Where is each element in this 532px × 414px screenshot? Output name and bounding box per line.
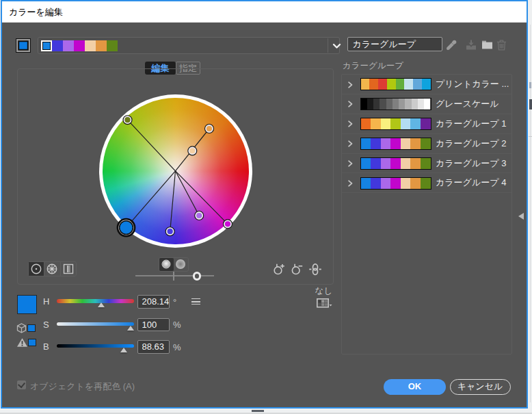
remove-color-tool-button[interactable] bbox=[292, 264, 302, 274]
limit-library-value: なし bbox=[315, 285, 332, 297]
dialog-titlebar[interactable]: カラーを編集 bbox=[2, 1, 527, 23]
brightness-value-input[interactable] bbox=[137, 340, 170, 354]
group-swatch-strip bbox=[360, 78, 431, 90]
hsb-color-swatch bbox=[17, 295, 37, 314]
wheel-marker-selected[interactable] bbox=[118, 219, 134, 235]
smooth-wheel-button[interactable] bbox=[29, 262, 45, 276]
group-name-label: カラーグループ 4 bbox=[436, 173, 506, 193]
chevron-right-icon[interactable] bbox=[347, 160, 353, 167]
hue-label: H bbox=[43, 296, 51, 307]
active-color-swatch[interactable] bbox=[96, 40, 107, 52]
group-swatch-strip bbox=[360, 118, 431, 130]
dropdown-divider bbox=[328, 38, 328, 53]
chevron-right-icon[interactable] bbox=[347, 81, 353, 88]
active-color-swatch[interactable] bbox=[85, 40, 96, 52]
link-harmony-colors-button[interactable] bbox=[309, 264, 321, 274]
wheel-marker[interactable] bbox=[165, 227, 174, 236]
saturation-slider[interactable] bbox=[57, 322, 134, 326]
add-color-tool-button[interactable] bbox=[274, 264, 284, 274]
wheel-tools bbox=[271, 260, 325, 278]
color-bars-icon bbox=[62, 263, 75, 275]
wheel-marker[interactable] bbox=[123, 116, 132, 125]
segmented-wheel-icon bbox=[46, 263, 58, 275]
chevron-right-icon[interactable] bbox=[347, 180, 353, 187]
brightness-label: B bbox=[43, 341, 51, 352]
brightness-unit: % bbox=[173, 342, 181, 352]
smooth-wheel-icon bbox=[30, 263, 42, 275]
color-group-row[interactable]: カラーグループ 4 bbox=[342, 173, 511, 193]
hue-value-input[interactable] bbox=[137, 295, 170, 309]
ok-button[interactable]: OK bbox=[384, 379, 446, 395]
saturation-slider-knob[interactable] bbox=[127, 326, 134, 331]
color-wheel-markers[interactable] bbox=[82, 79, 274, 263]
eyedropper-icon[interactable] bbox=[446, 39, 457, 51]
saturation-label: S bbox=[43, 320, 51, 330]
brightness-ball-button[interactable] bbox=[174, 258, 188, 271]
saturation-ball-button[interactable] bbox=[159, 258, 174, 271]
hue-slider[interactable] bbox=[57, 299, 134, 303]
backdrop-divider bbox=[529, 136, 532, 137]
wheel-adjust-toggle-group bbox=[159, 257, 189, 272]
group-swatch-strip bbox=[360, 157, 431, 170]
active-color-swatch[interactable] bbox=[52, 40, 63, 52]
group-name-label: グレースケール bbox=[436, 94, 499, 114]
active-colors-dropdown[interactable] bbox=[38, 37, 340, 54]
backdrop-panel-edge bbox=[530, 25, 531, 402]
group-swatch-strip bbox=[360, 98, 431, 110]
color-group-row[interactable]: カラーグループ 2 bbox=[342, 134, 511, 154]
group-name-label: カラーグループ 1 bbox=[436, 114, 506, 134]
wheel-marker[interactable] bbox=[205, 125, 214, 133]
menu-icon[interactable] bbox=[191, 298, 200, 305]
gamut-warning-icon[interactable] bbox=[16, 337, 28, 348]
collapse-panel-arrow[interactable] bbox=[518, 213, 524, 220]
hue-slider-knob[interactable] bbox=[98, 302, 105, 307]
wheel-slider-center-tick bbox=[173, 272, 174, 281]
color-group-row[interactable]: カラーグループ 3 bbox=[342, 154, 511, 174]
group-swatch-strip bbox=[360, 138, 431, 150]
backdrop-mark bbox=[252, 410, 264, 412]
group-swatch-strip bbox=[360, 177, 431, 190]
color-group-row[interactable]: カラーグループ 1 bbox=[342, 114, 511, 134]
current-color-swatch bbox=[16, 38, 31, 53]
active-color-swatch[interactable] bbox=[63, 40, 74, 52]
web-color-warning-icon[interactable] bbox=[16, 323, 27, 333]
wheel-slider-knob[interactable] bbox=[193, 272, 202, 281]
limit-library-button[interactable] bbox=[317, 298, 332, 308]
hue-unit: ° bbox=[173, 297, 176, 307]
wheel-slider-track[interactable] bbox=[135, 275, 214, 276]
active-color-swatch[interactable] bbox=[107, 40, 118, 52]
backdrop-glyph bbox=[529, 99, 532, 109]
new-group-folder-icon[interactable] bbox=[481, 40, 493, 49]
chevron-right-icon[interactable] bbox=[347, 120, 353, 127]
wheel-marker[interactable] bbox=[188, 146, 197, 155]
active-color-swatch[interactable] bbox=[41, 40, 52, 52]
chevron-right-icon[interactable] bbox=[347, 140, 353, 147]
save-group-icon[interactable] bbox=[466, 40, 477, 50]
saturation-ball-icon bbox=[162, 260, 171, 269]
color-groups-list: プリントカラー ...グレースケールカラーグループ 1カラーグループ 2カラーグ… bbox=[341, 74, 512, 354]
dialog-title: カラーを編集 bbox=[9, 7, 63, 17]
saturation-value-input[interactable] bbox=[137, 318, 170, 332]
wheel-display-mode-group bbox=[28, 261, 77, 276]
segmented-wheel-button[interactable] bbox=[44, 262, 61, 276]
brightness-slider-knob[interactable] bbox=[120, 348, 127, 352]
chevron-down-icon bbox=[331, 40, 343, 51]
color-group-row[interactable]: グレースケール bbox=[342, 94, 511, 114]
wheel-marker[interactable] bbox=[224, 220, 232, 229]
color-groups-header: カラーグループ bbox=[343, 60, 403, 72]
group-name-label: カラーグループ 2 bbox=[436, 134, 506, 154]
color-group-name-input[interactable] bbox=[347, 37, 442, 51]
color-group-row[interactable]: プリントカラー ... bbox=[342, 75, 511, 94]
group-name-label: カラーグループ 3 bbox=[436, 154, 506, 174]
delete-group-trash-icon[interactable] bbox=[496, 40, 507, 51]
recolor-artwork-checkbox[interactable] bbox=[17, 380, 26, 389]
chevron-right-icon[interactable] bbox=[347, 101, 353, 107]
color-bars-button[interactable] bbox=[61, 262, 77, 276]
recolor-artwork-label: オブジェクトを再配色 (A) bbox=[30, 380, 135, 393]
screen: カラーを編集 編集 指定 bbox=[0, 0, 532, 414]
cancel-button[interactable]: キャンセル bbox=[450, 379, 511, 395]
in-gamut-color-swatch[interactable] bbox=[28, 339, 36, 347]
active-color-swatch[interactable] bbox=[74, 40, 85, 52]
web-safe-color-swatch[interactable] bbox=[27, 324, 36, 333]
wheel-marker[interactable] bbox=[195, 211, 204, 220]
